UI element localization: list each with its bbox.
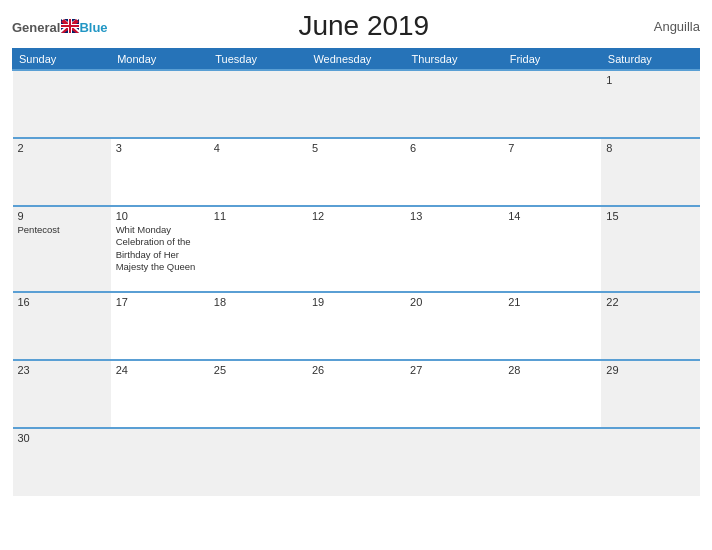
calendar-day <box>209 428 307 496</box>
day-number: 20 <box>410 296 498 308</box>
calendar-header: Sunday Monday Tuesday Wednesday Thursday… <box>13 49 700 71</box>
day-number: 28 <box>508 364 596 376</box>
header-tuesday: Tuesday <box>209 49 307 71</box>
calendar-week-row: 2345678 <box>13 138 700 206</box>
day-number: 19 <box>312 296 400 308</box>
calendar-day: 15 <box>601 206 699 292</box>
calendar-day: 5 <box>307 138 405 206</box>
day-number: 17 <box>116 296 204 308</box>
day-number: 7 <box>508 142 596 154</box>
logo-flag-icon <box>61 19 79 33</box>
calendar-day <box>13 70 111 138</box>
calendar-day <box>503 428 601 496</box>
calendar-day: 11 <box>209 206 307 292</box>
calendar-day <box>405 70 503 138</box>
calendar-day: 7 <box>503 138 601 206</box>
day-number: 27 <box>410 364 498 376</box>
calendar-day: 3 <box>111 138 209 206</box>
day-number: 14 <box>508 210 596 222</box>
calendar-day: 24 <box>111 360 209 428</box>
day-number: 1 <box>606 74 694 86</box>
day-number: 25 <box>214 364 302 376</box>
calendar-day: 17 <box>111 292 209 360</box>
calendar-week-row: 1 <box>13 70 700 138</box>
calendar-day: 23 <box>13 360 111 428</box>
header-sunday: Sunday <box>13 49 111 71</box>
calendar-day: 18 <box>209 292 307 360</box>
calendar-day <box>209 70 307 138</box>
day-number: 10 <box>116 210 204 222</box>
calendar-day: 14 <box>503 206 601 292</box>
calendar-day: 19 <box>307 292 405 360</box>
day-number: 11 <box>214 210 302 222</box>
days-header-row: Sunday Monday Tuesday Wednesday Thursday… <box>13 49 700 71</box>
day-number: 13 <box>410 210 498 222</box>
header: General Blue June 2019 Anguilla <box>12 10 700 42</box>
day-number: 23 <box>18 364 106 376</box>
day-number: 8 <box>606 142 694 154</box>
calendar-day: 6 <box>405 138 503 206</box>
calendar-day: 2 <box>13 138 111 206</box>
logo: General Blue <box>12 19 108 34</box>
calendar-table: Sunday Monday Tuesday Wednesday Thursday… <box>12 48 700 496</box>
header-friday: Friday <box>503 49 601 71</box>
calendar-day: 12 <box>307 206 405 292</box>
calendar-day <box>111 428 209 496</box>
calendar-day: 27 <box>405 360 503 428</box>
day-number: 22 <box>606 296 694 308</box>
day-number: 15 <box>606 210 694 222</box>
calendar-day <box>111 70 209 138</box>
calendar-day: 20 <box>405 292 503 360</box>
calendar-day: 8 <box>601 138 699 206</box>
calendar-week-row: 16171819202122 <box>13 292 700 360</box>
header-thursday: Thursday <box>405 49 503 71</box>
day-number: 6 <box>410 142 498 154</box>
header-wednesday: Wednesday <box>307 49 405 71</box>
day-number: 4 <box>214 142 302 154</box>
calendar-day <box>503 70 601 138</box>
event-text: Pentecost <box>18 224 106 236</box>
calendar-day <box>601 428 699 496</box>
day-number: 2 <box>18 142 106 154</box>
calendar-page: General Blue June 2019 Anguilla Sunday M… <box>0 0 712 550</box>
calendar-day: 1 <box>601 70 699 138</box>
header-saturday: Saturday <box>601 49 699 71</box>
calendar-day: 13 <box>405 206 503 292</box>
svg-rect-8 <box>61 25 79 27</box>
logo-blue-text: Blue <box>79 21 107 34</box>
header-monday: Monday <box>111 49 209 71</box>
calendar-body: 123456789Pentecost10Whit Monday Celebrat… <box>13 70 700 496</box>
calendar-day: 28 <box>503 360 601 428</box>
day-number: 24 <box>116 364 204 376</box>
calendar-day <box>307 70 405 138</box>
calendar-day <box>307 428 405 496</box>
calendar-day: 10Whit Monday Celebration of the Birthda… <box>111 206 209 292</box>
region-label: Anguilla <box>620 19 700 34</box>
calendar-day: 26 <box>307 360 405 428</box>
calendar-day: 21 <box>503 292 601 360</box>
calendar-week-row: 9Pentecost10Whit Monday Celebration of t… <box>13 206 700 292</box>
day-number: 5 <box>312 142 400 154</box>
day-number: 29 <box>606 364 694 376</box>
day-number: 16 <box>18 296 106 308</box>
calendar-day: 30 <box>13 428 111 496</box>
calendar-week-row: 30 <box>13 428 700 496</box>
calendar-day: 22 <box>601 292 699 360</box>
calendar-day: 9Pentecost <box>13 206 111 292</box>
calendar-week-row: 23242526272829 <box>13 360 700 428</box>
calendar-day: 29 <box>601 360 699 428</box>
day-number: 21 <box>508 296 596 308</box>
calendar-day <box>405 428 503 496</box>
calendar-day: 25 <box>209 360 307 428</box>
day-number: 9 <box>18 210 106 222</box>
day-number: 30 <box>18 432 106 444</box>
month-title: June 2019 <box>108 10 620 42</box>
day-number: 18 <box>214 296 302 308</box>
logo-general-text: General <box>12 21 60 34</box>
calendar-day: 4 <box>209 138 307 206</box>
event-text: Whit Monday Celebration of the Birthday … <box>116 224 204 273</box>
day-number: 3 <box>116 142 204 154</box>
day-number: 12 <box>312 210 400 222</box>
day-number: 26 <box>312 364 400 376</box>
calendar-day: 16 <box>13 292 111 360</box>
